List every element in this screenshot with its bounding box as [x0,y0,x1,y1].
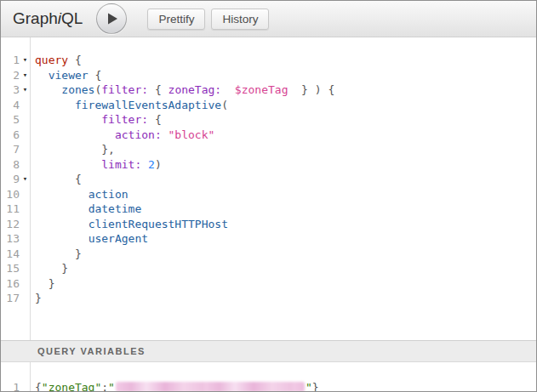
prettify-button[interactable]: Prettify [147,9,205,30]
code-token: "block" [169,128,215,141]
code-token: 2 [148,158,155,171]
code-line[interactable]: 11 datetime [1,202,536,217]
code-token: "zoneTag" [42,381,101,391]
code-line-text: } [31,291,42,306]
code-token [35,247,75,260]
code-token [35,158,101,171]
code-token: } [75,247,82,260]
code-token [35,277,49,290]
code-token [35,173,75,185]
line-number: 4 [1,98,20,113]
line-number: 2 [1,68,20,83]
code-line[interactable]: 1{"zoneTag":""} [1,380,536,391]
query-code: 1▾query {2▾ viewer {3▾ zones(filter: { z… [1,53,536,306]
fold-gutter-spacer [20,157,31,173]
code-token: " [108,381,115,391]
code-token: ( [221,99,228,111]
code-token: filter: [101,83,148,96]
fold-gutter-spacer [20,187,31,202]
variables-code: 1{"zoneTag":""} [1,380,536,391]
line-number: 8 [1,157,20,173]
code-line[interactable]: 6 action: "block" [1,128,536,143]
fold-gutter-spacer [20,112,31,128]
code-line-text: } [31,276,54,292]
code-token: query [35,54,68,66]
fold-gutter-spacer [20,128,31,143]
code-token: { [35,381,42,391]
code-token: : [101,381,108,391]
code-token: action: [115,128,162,141]
code-token: userAgent [89,232,148,245]
code-token: { [75,173,82,185]
app-title-part: QL [61,9,83,27]
code-line-text: clientRequestHTTPHost [31,217,228,232]
fold-arrow-icon[interactable]: ▾ [20,82,31,98]
code-line-text: { [31,172,82,187]
code-line-text: action [31,187,129,202]
code-token: { [148,83,168,96]
code-line[interactable]: 1▾query { [1,53,536,68]
code-line[interactable]: 5 filter: { [1,112,536,128]
code-line-text: userAgent [31,231,148,247]
code-token [35,232,89,245]
code-token: } ) { [288,83,334,96]
code-token: zones [61,83,94,96]
variables-editor[interactable]: 1{"zoneTag":""} [1,362,536,391]
code-token [221,83,235,96]
code-token [35,143,101,156]
graphiql-window: GraphiQL Prettify History 1▾query {2▾ vi… [0,0,537,392]
code-line-text: query { [31,53,82,68]
fold-arrow-icon[interactable]: ▾ [20,53,31,68]
code-token: }, [101,143,115,156]
code-line[interactable]: 9▾ { [1,172,536,187]
fold-gutter-spacer [20,380,31,391]
code-line[interactable]: 15 } [1,261,536,276]
code-line[interactable]: 10 action [1,187,536,202]
code-token [35,128,115,141]
code-line-text: zones(filter: { zoneTag: $zoneTag } ) { [31,82,334,98]
fold-gutter-spacer [20,291,31,306]
code-line[interactable]: 8 limit: 2) [1,157,536,173]
code-token: } [312,381,319,391]
history-button[interactable]: History [211,9,269,30]
code-line-text: }, [31,142,115,157]
line-number: 3 [1,82,20,98]
code-line[interactable]: 16 } [1,276,536,292]
fold-gutter-spacer [20,202,31,217]
line-number: 10 [1,187,20,202]
line-number: 13 [1,231,20,247]
code-token: } [61,262,68,275]
code-token: { [89,69,102,82]
line-number: 12 [1,217,20,232]
line-number: 15 [1,261,20,276]
code-line[interactable]: 12 clientRequestHTTPHost [1,217,536,232]
code-token: datetime [89,202,142,215]
code-token: clientRequestHTTPHost [89,218,228,230]
query-variables-header[interactable]: QUERY VARIABLES [1,340,536,362]
line-number: 9 [1,172,20,187]
app-title: GraphiQL [13,9,83,28]
code-line[interactable]: 17} [1,291,536,306]
fold-gutter-spacer [20,217,31,232]
code-token [35,218,89,230]
fold-arrow-icon[interactable]: ▾ [20,68,31,83]
execute-query-button[interactable] [96,3,127,34]
code-line[interactable]: 13 userAgent [1,231,536,247]
code-token: $zoneTag [235,83,288,96]
fold-gutter-spacer [20,261,31,276]
app-title-part: Graph [13,9,58,27]
line-number: 16 [1,276,20,292]
code-line[interactable]: 3▾ zones(filter: { zoneTag: $zoneTag } )… [1,82,536,98]
fold-gutter-spacer [20,98,31,113]
fold-gutter-spacer [20,231,31,247]
query-editor[interactable]: 1▾query {2▾ viewer {3▾ zones(filter: { z… [1,37,536,340]
fold-arrow-icon[interactable]: ▾ [20,172,31,187]
topbar: GraphiQL Prettify History [1,1,536,37]
code-token: limit: [101,158,141,171]
code-line[interactable]: 14 } [1,247,536,262]
line-number: 1 [1,53,20,68]
code-line[interactable]: 4 firewallEventsAdaptive( [1,98,536,113]
code-line[interactable]: 7 }, [1,142,536,157]
code-line[interactable]: 2▾ viewer { [1,68,536,83]
query-variables-title: QUERY VARIABLES [37,346,146,356]
